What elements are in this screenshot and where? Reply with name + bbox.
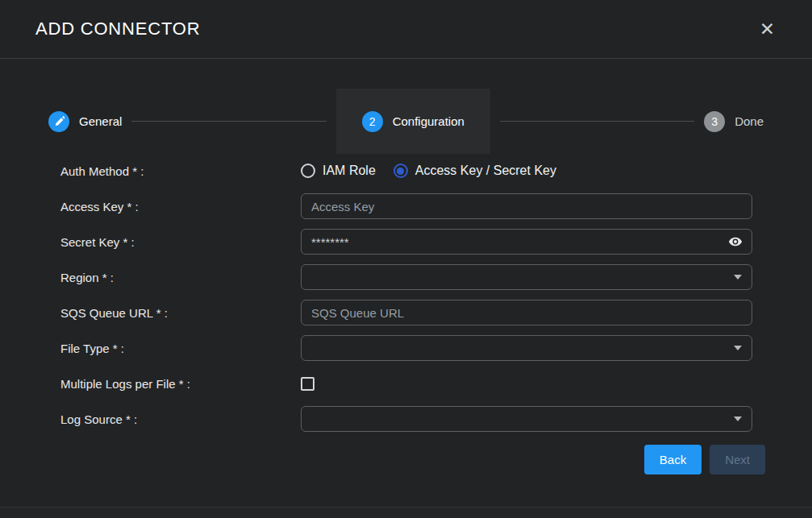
radio-access-key-label: Access Key / Secret Key	[415, 164, 556, 178]
modal-header: ADD CONNECTOR ✕	[0, 0, 812, 59]
stepper-connector	[500, 121, 694, 122]
log-source-select[interactable]	[301, 406, 752, 432]
radio-access-key[interactable]: Access Key / Secret Key	[394, 164, 556, 178]
radio-selected-icon	[394, 164, 408, 178]
auth-method-radio-group: IAM Role Access Key / Secret Key	[301, 164, 752, 178]
sqs-queue-url-row: SQS Queue URL * :	[60, 295, 752, 330]
step-number-badge: 3	[704, 111, 725, 132]
log-source-row: Log Source * :	[60, 401, 752, 437]
back-button[interactable]: Back	[644, 445, 702, 474]
caret-down-icon	[734, 346, 742, 350]
modal-footer	[0, 507, 812, 518]
step-configuration[interactable]: 2 Configuration	[336, 89, 490, 154]
file-type-select[interactable]	[301, 335, 752, 361]
secret-key-row: Secret Key * :	[60, 224, 752, 259]
file-type-label: File Type * :	[60, 342, 301, 355]
step-configuration-label: Configuration	[393, 114, 464, 128]
step-done-label: Done	[735, 114, 764, 128]
access-key-input[interactable]	[301, 193, 752, 219]
step-number-badge: 2	[362, 111, 383, 132]
step-done[interactable]: 3 Done	[704, 111, 764, 132]
wizard-buttons: Back Next	[644, 445, 765, 474]
sqs-queue-url-label: SQS Queue URL * :	[60, 306, 301, 320]
add-connector-modal: ADD CONNECTOR ✕ General 2 Configuration …	[0, 0, 812, 518]
sqs-queue-url-input[interactable]	[301, 300, 752, 325]
auth-method-row: Auth Method * : IAM Role Access Key / Se…	[60, 153, 752, 189]
stepper-connector	[131, 121, 326, 122]
caret-down-icon	[734, 416, 742, 421]
region-row: Region * :	[60, 259, 752, 295]
radio-iam-role[interactable]: IAM Role	[301, 164, 376, 178]
secret-key-input[interactable]	[301, 229, 752, 255]
multiple-logs-label: Multiple Logs per File * :	[60, 377, 301, 391]
step-general-label: General	[79, 114, 122, 128]
access-key-label: Access Key * :	[60, 200, 301, 213]
eye-icon[interactable]	[727, 233, 744, 251]
caret-down-icon	[734, 275, 742, 280]
step-general[interactable]: General	[48, 111, 122, 132]
multiple-logs-row: Multiple Logs per File * :	[60, 366, 752, 401]
radio-unselected-icon	[301, 164, 315, 178]
next-button[interactable]: Next	[710, 445, 765, 474]
multiple-logs-checkbox[interactable]	[301, 377, 314, 391]
auth-method-label: Auth Method * :	[60, 164, 301, 178]
page-title: ADD CONNECTOR	[35, 19, 200, 39]
secret-key-label: Secret Key * :	[60, 235, 301, 249]
log-source-label: Log Source * :	[60, 412, 301, 426]
radio-iam-role-label: IAM Role	[323, 164, 376, 178]
region-label: Region * :	[60, 271, 301, 284]
file-type-row: File Type * :	[60, 330, 752, 366]
close-icon[interactable]: ✕	[756, 17, 778, 42]
wizard-stepper: General 2 Configuration 3 Done	[48, 89, 764, 154]
pencil-icon	[48, 111, 69, 132]
configuration-form: Auth Method * : IAM Role Access Key / Se…	[60, 153, 752, 437]
region-select[interactable]	[301, 264, 752, 290]
access-key-row: Access Key * :	[60, 189, 752, 224]
